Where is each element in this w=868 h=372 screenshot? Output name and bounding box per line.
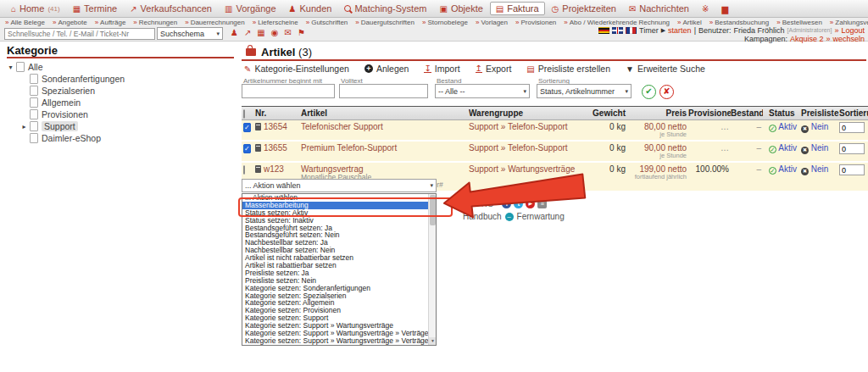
logout-link[interactable]: Logout	[841, 26, 865, 35]
tree-item-alle[interactable]: ▾Alle	[0, 61, 237, 73]
quick-search-input[interactable]	[4, 28, 155, 40]
select-all-checkbox[interactable]	[243, 109, 245, 119]
column-header-status[interactable]: Status	[763, 107, 799, 119]
toolbar-anlegen[interactable]: +Anlegen	[364, 64, 409, 74]
submenu-item-provisionen[interactable]: »Provisionen	[515, 19, 556, 26]
page-icon	[30, 97, 38, 108]
nav-item-nachrichten[interactable]: ✉Nachrichten	[623, 2, 695, 15]
column-header-artikel[interactable]: Artikel	[301, 107, 469, 119]
column-header-bestand[interactable]: Bestand	[731, 107, 763, 119]
nav-item-paw-icon[interactable]: ※	[696, 3, 715, 15]
article-number-link[interactable]: w123	[264, 164, 284, 174]
nav-item-kunden[interactable]: ♟Kunden	[283, 2, 338, 15]
status-link[interactable]: Aktiv	[776, 122, 797, 131]
submenu-item-angebote[interactable]: »Angebote	[53, 19, 87, 26]
submenu-item-rechnungen[interactable]: »Rechnungen	[133, 19, 177, 26]
tree-item-provisionen[interactable]: Provisionen	[0, 108, 237, 120]
campaign-name-link[interactable]: Akquise 2	[790, 35, 824, 43]
nav-item-faktura[interactable]: ▤Faktura	[490, 2, 545, 15]
submenu-item-lieferscheine[interactable]: »Lieferscheine	[253, 19, 298, 26]
toolbar-import[interactable]: ↧Import	[424, 64, 459, 74]
submenu-item-dauergutschriften[interactable]: »Dauergutschriften	[355, 19, 415, 26]
nav-item-matching-system[interactable]: Matching-System	[338, 2, 432, 15]
nav-item-verkaufschancen[interactable]: ↗Verkaufschancen	[124, 2, 218, 15]
status-link[interactable]: Aktiv	[776, 164, 797, 174]
toolbar-export[interactable]: ↥Export	[476, 64, 512, 74]
filter-volltext-input[interactable]	[339, 84, 428, 98]
submenu-item-bestandsbuchung[interactable]: »Bestandsbuchung	[709, 19, 770, 26]
row-checkbox[interactable]	[243, 165, 245, 175]
submenu-item-abo-wiederkehrende-rechnung[interactable]: »Abo / Wiederkehrende Rechnung	[564, 19, 670, 26]
nav-item-objekte[interactable]: ▣Objekte	[433, 2, 488, 15]
tree-item-support[interactable]: ▸Support	[0, 120, 237, 132]
submenu-item-bestellwesen[interactable]: »Bestellwesen	[776, 19, 822, 26]
sortierung-input[interactable]	[839, 143, 865, 154]
filter-bestand-select[interactable]: -- Alle -- ▾	[435, 84, 530, 98]
article-number-link[interactable]: 13655	[264, 143, 287, 153]
filter-artikelnummer-input[interactable]	[242, 84, 335, 98]
nav-item-stats-icon[interactable]: ▆	[715, 3, 734, 15]
column-header-warengruppe[interactable]: Warengruppe	[469, 107, 583, 119]
status-cell: ✓ Aktiv	[763, 120, 799, 134]
preisliste-link[interactable]: Nein	[809, 143, 828, 153]
briefcase-icon[interactable]: ⚑	[298, 28, 305, 37]
column-header-sortierung[interactable]: Sortierung	[839, 107, 868, 119]
tree-item-allgemein[interactable]: Allgemein	[0, 97, 237, 108]
flag-de-icon[interactable]	[598, 27, 609, 34]
expander-closed-icon[interactable]: ▸	[20, 123, 28, 130]
submenu-item-stornobelege[interactable]: »Stornobelege	[422, 19, 468, 26]
flag-fr-icon[interactable]	[626, 27, 637, 34]
timer-start-link[interactable]: starten	[668, 26, 692, 35]
column-header-gewicht[interactable]: Gewicht	[583, 107, 627, 119]
submenu-item-zahlungsverkehr[interactable]: »Zahlungsverkehr	[830, 19, 868, 26]
submenu-item-label: Zahlungsverkehr	[835, 19, 868, 26]
submenu-item-vorlagen[interactable]: »Vorlagen	[476, 19, 508, 26]
tree-item-spezialserien[interactable]: Spezialserien	[0, 85, 237, 97]
column-header-provisionen[interactable]: Provisionen	[688, 107, 731, 119]
scrollbar-down-arrow[interactable]: ▼	[429, 337, 437, 345]
row-checkbox[interactable]: ✓	[243, 123, 251, 132]
tree-item-daimler-eshop[interactable]: Daimler-eShop	[0, 132, 237, 144]
article-name-link[interactable]: Premium Telefon-Support	[301, 143, 467, 153]
status-link[interactable]: Aktiv	[776, 143, 797, 153]
sortierung-input[interactable]	[839, 122, 865, 133]
submenu-item-artikel[interactable]: »Artikel	[677, 19, 702, 26]
tree-item-sonderanfertigungen[interactable]: Sonderanfertigungen	[0, 73, 237, 85]
bell-icon[interactable]: ◉	[271, 28, 279, 37]
campaign-switch-link[interactable]: wechseln	[832, 35, 865, 43]
filter-sortierung-select[interactable]: Status, Artikelnummer ▾	[537, 84, 632, 98]
reset-filter-button[interactable]: ✘	[659, 85, 674, 99]
preisliste-link[interactable]: Nein	[809, 122, 828, 131]
column-header-preisliste[interactable]: Preisliste	[799, 107, 839, 119]
play-icon[interactable]: ▶	[661, 26, 665, 35]
action-option-kategorie-setzen-support-wartungsverträge-verträge-24-monate[interactable]: Kategorie setzen: Support » Wartungsvert…	[242, 337, 436, 345]
nav-item-vorgänge[interactable]: ▥Vorgänge	[219, 2, 282, 15]
expander-open-icon[interactable]: ▾	[7, 64, 14, 71]
submenu-item-alle-belege[interactable]: »Alle Belege	[5, 19, 45, 26]
package-icon[interactable]: ▦	[257, 28, 264, 37]
sortierung-input[interactable]	[839, 164, 865, 175]
suchschema-select[interactable]: Suchschema ▾	[157, 27, 223, 40]
mail-icon[interactable]: ✉	[285, 28, 292, 37]
column-header-nr[interactable]: Nr.	[255, 107, 301, 119]
nav-item-home[interactable]: ⌂Home(41)	[5, 2, 66, 15]
submenu-item-dauerrechnungen[interactable]: »Dauerrechnungen	[185, 19, 245, 26]
toolbar-erweiterte-suche[interactable]: ▼Erweiterte Suche	[626, 64, 705, 74]
preisliste-link[interactable]: Nein	[809, 164, 828, 174]
column-header-preis[interactable]: Preis	[627, 107, 688, 119]
tree-item-label: Daimler-eShop	[42, 133, 101, 143]
nav-item-termine[interactable]: ▦Termine	[67, 2, 124, 15]
flag-gb-icon[interactable]	[612, 27, 623, 34]
nav-item-projektzeiten[interactable]: ◷Projektzeiten	[546, 2, 622, 15]
chart-icon[interactable]: ↗	[244, 28, 251, 37]
contacts-icon[interactable]: ♟	[231, 28, 238, 37]
submenu-item-aufträge[interactable]: »Aufträge	[95, 19, 126, 26]
apply-filter-button[interactable]: ✔	[642, 85, 656, 99]
row-checkbox[interactable]: ✓	[243, 144, 251, 153]
article-number-link[interactable]: 13654	[264, 122, 287, 131]
submenu-item-gutschriften[interactable]: »Gutschriften	[306, 19, 348, 26]
article-name-link[interactable]: Telefonischer Support	[301, 122, 467, 131]
toolbar-kategorie-einstellungen[interactable]: ✎Kategorie-Einstellungen	[244, 64, 349, 74]
action-select[interactable]: ... Aktion wählen ▾	[242, 179, 437, 192]
toolbar-preisliste-erstellen[interactable]: ▤Preisliste erstellen	[526, 64, 610, 74]
